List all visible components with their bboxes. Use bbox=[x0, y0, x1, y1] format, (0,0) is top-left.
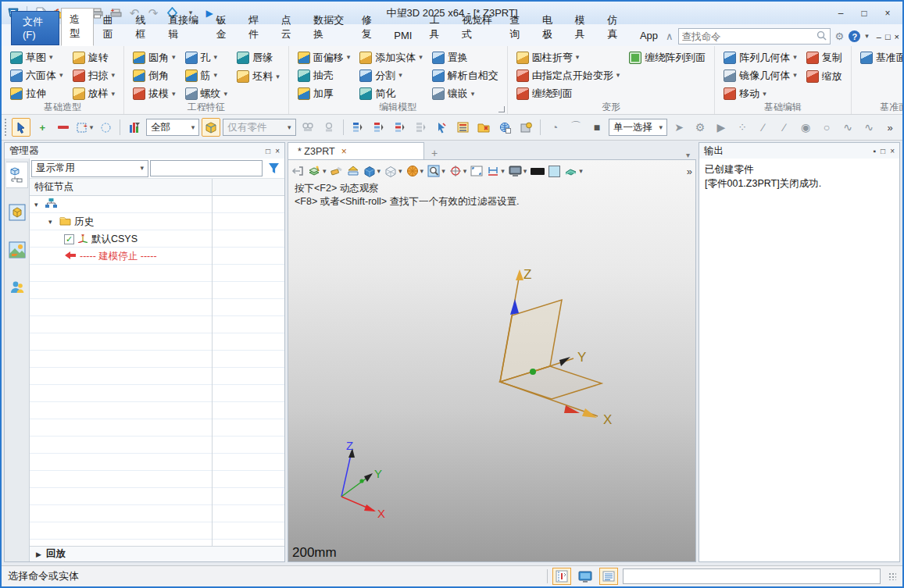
tab-data-exchange[interactable]: 数据交换 bbox=[306, 9, 352, 46]
region-pick-icon[interactable]: ■ bbox=[588, 118, 606, 137]
stock-button[interactable]: 坯料▾ bbox=[234, 67, 282, 86]
fit-window-icon[interactable] bbox=[470, 163, 483, 179]
wireframe-display-icon[interactable]: ▾ bbox=[384, 163, 402, 179]
delete-folder-icon[interactable] bbox=[474, 118, 493, 137]
doc-restore-button[interactable]: □ bbox=[885, 32, 891, 41]
tab-visual-style[interactable]: 视觉样式 bbox=[454, 9, 500, 46]
output-restore-button[interactable]: □ bbox=[881, 147, 885, 155]
chamfer-button[interactable]: 倒角 bbox=[130, 66, 178, 84]
mirror-geometry-button[interactable]: 镜像几何体▾ bbox=[721, 66, 799, 84]
file-menu-button[interactable]: 文件(F) bbox=[11, 11, 59, 45]
save-settings-icon[interactable] bbox=[516, 118, 535, 137]
tree-filter-input[interactable] bbox=[150, 160, 263, 176]
expander-icon[interactable]: ▾ bbox=[34, 201, 42, 208]
help-icon[interactable]: ? bbox=[849, 30, 860, 42]
monitor-icon[interactable]: ▾ bbox=[509, 163, 527, 179]
add-selection-icon[interactable]: + bbox=[33, 118, 52, 137]
zoom-window-icon[interactable]: ▾ bbox=[427, 163, 445, 179]
doc-minimize-button[interactable]: – bbox=[877, 32, 881, 41]
tab-shape[interactable]: 造型 bbox=[61, 8, 94, 46]
toolbar-overflow-icon[interactable]: » bbox=[881, 118, 899, 137]
tab-mold[interactable]: 模具 bbox=[567, 9, 598, 46]
tabbar-pin-icon[interactable]: ▾ bbox=[686, 151, 696, 159]
filter-bars-icon[interactable] bbox=[125, 118, 144, 137]
role-manager-tab[interactable] bbox=[6, 274, 28, 301]
render-display-icon[interactable]: ▾ bbox=[406, 163, 424, 179]
reorder-down-icon[interactable] bbox=[390, 118, 409, 137]
expander-icon[interactable]: ▾ bbox=[48, 218, 56, 226]
wrap-pattern-to-face-button[interactable]: 缠绕阵列到面 bbox=[627, 48, 708, 67]
datum-plane-button[interactable]: 基准面▾ bbox=[858, 48, 904, 67]
lasso-icon[interactable] bbox=[96, 118, 115, 137]
playback-expander-icon[interactable]: ▶ bbox=[36, 551, 41, 558]
remove-selection-icon[interactable] bbox=[54, 118, 73, 137]
dimension-icon[interactable]: ▾ bbox=[487, 163, 505, 179]
box-button[interactable]: 六面体▾ bbox=[8, 66, 66, 84]
doc-close-button[interactable]: × bbox=[895, 32, 899, 41]
revolve-button[interactable]: 旋转 bbox=[70, 48, 118, 66]
face-offset-button[interactable]: 面偏移▾ bbox=[295, 48, 353, 66]
stop-arrow-icon[interactable] bbox=[64, 251, 77, 262]
tab-wireframe[interactable]: 线框 bbox=[127, 9, 159, 46]
rotate-view-icon[interactable]: ▾ bbox=[449, 163, 467, 179]
new-document-tab-button[interactable]: + bbox=[424, 147, 445, 159]
checkbox-checked[interactable]: ✓ bbox=[64, 234, 74, 244]
column-divider[interactable] bbox=[212, 196, 213, 561]
window-maximize-button[interactable]: □ bbox=[854, 6, 874, 20]
tree-column-header[interactable]: 特征节点 bbox=[30, 179, 284, 196]
part-filter-icon[interactable] bbox=[202, 118, 220, 137]
display-mode-dropdown[interactable]: 显示常用▾ bbox=[31, 160, 148, 177]
pick-cursor-icon[interactable] bbox=[12, 118, 30, 137]
toolbar-config-icon[interactable] bbox=[552, 568, 571, 585]
entity-filter-dropdown[interactable]: 全部▾ bbox=[146, 119, 199, 136]
pattern-geometry-button[interactable]: 阵列几何体▾ bbox=[721, 48, 799, 66]
replace-button[interactable]: 置换 bbox=[430, 48, 501, 66]
tab-point-cloud[interactable]: 点云 bbox=[273, 9, 305, 46]
document-tab-close-icon[interactable]: × bbox=[341, 146, 347, 157]
background-blue-swatch[interactable] bbox=[548, 163, 560, 179]
copy-button[interactable]: 复制 bbox=[804, 48, 845, 67]
document-tab[interactable]: * Z3PRT × bbox=[288, 142, 424, 159]
background-black-swatch[interactable] bbox=[531, 163, 545, 179]
shell-button[interactable]: 抽壳 bbox=[295, 66, 353, 84]
tab-inquire[interactable]: 查询 bbox=[502, 9, 533, 46]
tab-pmi[interactable]: PMI bbox=[386, 26, 420, 46]
default-csys-graphic[interactable]: Z X Y bbox=[478, 266, 634, 438]
output-pin-icon[interactable]: ▪ bbox=[874, 147, 877, 155]
feature-manager-tab[interactable] bbox=[6, 162, 28, 188]
exit-icon[interactable] bbox=[291, 163, 304, 179]
tab-sheet-metal[interactable]: 钣金 bbox=[208, 9, 239, 46]
selection-mode-dropdown[interactable]: 单一选择▾ bbox=[609, 119, 667, 136]
tab-direct-edit[interactable]: 直接编辑 bbox=[160, 9, 206, 46]
rib-button[interactable]: 筋▾ bbox=[183, 66, 230, 84]
viewport-toolbar-overflow-icon[interactable]: » bbox=[687, 163, 692, 179]
tree-node-history[interactable]: ▾ 历史 bbox=[30, 213, 284, 230]
shaded-display-icon[interactable]: ▾ bbox=[363, 163, 381, 179]
sketch-button[interactable]: 草图▾ bbox=[8, 48, 66, 66]
tab-surface[interactable]: 曲面 bbox=[95, 9, 127, 46]
view-manager-tab[interactable] bbox=[6, 237, 28, 263]
fullscreen-monitor-icon[interactable] bbox=[576, 568, 595, 585]
window-close-button[interactable]: × bbox=[877, 6, 898, 20]
fillet-button[interactable]: 圆角▾ bbox=[130, 48, 178, 66]
toolbar-drag-handle[interactable] bbox=[5, 119, 7, 136]
command-log-icon[interactable] bbox=[599, 568, 618, 585]
hole-button[interactable]: 孔▾ bbox=[183, 48, 230, 66]
tree-root-node[interactable]: ▾ bbox=[30, 196, 284, 213]
manager-close-button[interactable]: × bbox=[275, 147, 280, 155]
tab-electrode[interactable]: 电极 bbox=[534, 9, 566, 46]
scale-button[interactable]: 缩放 bbox=[804, 67, 845, 86]
add-shape-button[interactable]: 添加实体▾ bbox=[357, 48, 425, 66]
playback-bar[interactable]: ▶ 回放 bbox=[30, 546, 284, 561]
resolve-self-intersection-button[interactable]: 解析自相交 bbox=[430, 66, 501, 84]
command-input[interactable] bbox=[623, 568, 881, 584]
resize-grip[interactable] bbox=[888, 572, 896, 580]
surface-display-icon[interactable]: ▾ bbox=[564, 163, 583, 179]
output-close-button[interactable]: × bbox=[890, 147, 895, 155]
visual-manager-tab[interactable] bbox=[6, 199, 28, 226]
morph-from-point-button[interactable]: 由指定点开始变形▾ bbox=[514, 66, 623, 84]
help-dropdown-icon[interactable]: ▾ bbox=[865, 33, 869, 40]
globe-document-icon[interactable] bbox=[495, 118, 514, 137]
sweep-button[interactable]: 扫掠▾ bbox=[70, 66, 118, 84]
tab-simulation[interactable]: 仿真 bbox=[599, 9, 631, 46]
